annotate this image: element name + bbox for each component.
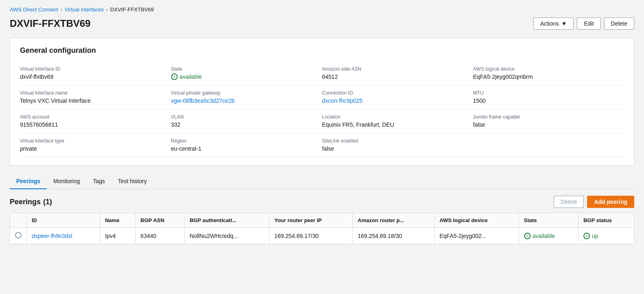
td-bgp-auth: NollNu2WHcIedq... (185, 228, 269, 244)
th-name: Name (100, 213, 135, 228)
tab-content-peerings: Peerings (1) Delete Add peering ID Name … (10, 189, 634, 244)
value-state: available (171, 74, 316, 80)
label-vif-name: Virtual Interface name (20, 90, 165, 96)
config-cell-jumbo-frame: Jumbo frame capable false (473, 109, 624, 133)
label-region: Region (171, 138, 316, 144)
label-vif-type: Virtual interface type (20, 138, 165, 144)
row-state-value: available (524, 233, 573, 239)
page-header: DXVIF-FFXTBV69 Actions ▼ Edit Delete (10, 17, 634, 30)
td-state: available (519, 228, 578, 244)
td-bgp-asn: 63440 (135, 228, 185, 244)
actions-button[interactable]: Actions ▼ (533, 17, 574, 30)
label-vlan: VLAN (171, 114, 316, 120)
peerings-section-header: Peerings (1) Delete Add peering (10, 189, 634, 213)
label-aws-logical: AWS logical device (473, 66, 624, 72)
config-cell-vif-name: Virtual Interface name Telnyx VXC Virtua… (20, 85, 171, 109)
edit-button[interactable]: Edit (577, 17, 600, 30)
config-cell-location: Location Equinix FR5, Frankfurt, DEU (322, 109, 473, 133)
row-bgp-status-value: up (583, 233, 629, 239)
config-cell-vpg: Virtual private gateway vgw-08fb3ea5c3d2… (171, 85, 322, 109)
th-state: State (519, 213, 578, 228)
td-id: dxpeer-fh9v3dsl (27, 228, 100, 244)
row-radio-button[interactable] (15, 232, 22, 238)
label-jumbo-frame: Jumbo frame capable (473, 114, 624, 120)
tab-tags[interactable]: Tags (87, 174, 112, 189)
td-bgp-status: up (578, 228, 634, 244)
value-connection-id[interactable]: dxcon-fhc9p025 (322, 97, 363, 104)
config-cell-region: Region eu-central-1 (171, 133, 322, 157)
td-name: Ipv4 (100, 228, 135, 244)
value-vif-name: Telnyx VXC Virtual Interface (20, 97, 165, 104)
config-cell-sitelink: SiteLink enabled false (322, 133, 473, 157)
breadcrumb-link-direct-connect[interactable]: AWS Direct Connect (10, 6, 58, 13)
header-actions: Actions ▼ Edit Delete (533, 17, 634, 30)
value-amazon-asn: 64512 (322, 74, 467, 80)
config-cell-empty (473, 133, 624, 157)
row-id-link[interactable]: dxpeer-fh9v3dsl (32, 233, 72, 239)
label-state: State (171, 66, 316, 72)
config-grid: Virtual Interface ID dxvif-ffxtbv69 Stat… (20, 61, 624, 157)
value-aws-logical: EqFA5-2jeyg002qmbrm (473, 74, 624, 80)
label-amazon-asn: Amazon side ASN (322, 66, 467, 72)
value-vif-type: private (20, 145, 165, 152)
peerings-table: ID Name BGP ASN BGP authenticati... Your… (10, 213, 634, 244)
value-region: eu-central-1 (171, 145, 316, 152)
row-state-icon (524, 233, 531, 239)
peerings-actions: Delete Add peering (554, 196, 634, 208)
delete-button[interactable]: Delete (604, 17, 634, 30)
tab-peerings[interactable]: Peerings (10, 174, 47, 189)
label-mtu: MTU (473, 90, 624, 96)
value-vif-id: dxvif-ffxtbv69 (20, 74, 165, 80)
th-bgp-status: BGP status (578, 213, 634, 228)
row-bgp-status-icon (583, 233, 590, 239)
peerings-title: Peerings (10, 198, 41, 206)
add-peering-button[interactable]: Add peering (587, 196, 634, 208)
peerings-count: (1) (43, 198, 52, 206)
config-cell-aws-logical: AWS logical device EqFA5-2jeyg002qmbrm (473, 61, 624, 85)
label-vpg: Virtual private gateway (171, 90, 316, 96)
table-row: dxpeer-fh9v3dsl Ipv4 63440 NollNu2WHcIed… (10, 228, 634, 244)
config-cell-vif-type: Virtual interface type private (20, 133, 171, 157)
tabs: Peerings Monitoring Tags Test history (10, 174, 634, 189)
th-amazon-router: Amazon router p... (352, 213, 434, 228)
value-aws-account: 915576056811 (20, 121, 165, 128)
peerings-delete-button[interactable]: Delete (554, 196, 584, 208)
peerings-table-container: ID Name BGP ASN BGP authenticati... Your… (10, 213, 634, 244)
th-id: ID (27, 213, 100, 228)
value-sitelink: false (322, 145, 467, 152)
chevron-down-icon: ▼ (561, 20, 567, 27)
td-aws-logical: EqFA5-2jeyg002... (435, 228, 519, 244)
page-title: DXVIF-FFXTBV69 (10, 18, 91, 29)
config-cell-mtu: MTU 1500 (473, 85, 624, 109)
breadcrumb-current: DXVIF-FFXTBV69 (110, 6, 154, 13)
th-aws-logical: AWS logical device (435, 213, 519, 228)
th-bgp-asn: BGP ASN (135, 213, 185, 228)
breadcrumb-link-virtual-interfaces[interactable]: Virtual interfaces (65, 6, 104, 13)
table-header-row: ID Name BGP ASN BGP authenticati... Your… (10, 213, 634, 228)
breadcrumb-separator-2: › (106, 7, 108, 13)
config-cell-vif-id: Virtual Interface ID dxvif-ffxtbv69 (20, 61, 171, 85)
config-cell-aws-account: AWS account 915576056811 (20, 109, 171, 133)
td-router-peer-ip: 169.254.69.17/30 (269, 228, 352, 244)
breadcrumb-separator-1: › (61, 7, 62, 13)
th-select (10, 213, 27, 228)
tab-test-history[interactable]: Test history (111, 174, 153, 189)
config-cell-vlan: VLAN 332 (171, 109, 322, 133)
general-configuration-card: General configuration Virtual Interface … (10, 38, 634, 166)
th-router-peer-ip: Your router peer IP (269, 213, 352, 228)
value-location: Equinix FR5, Frankfurt, DEU (322, 121, 467, 128)
value-jumbo-frame: false (473, 121, 624, 128)
general-configuration-title: General configuration (20, 46, 624, 55)
config-cell-amazon-asn: Amazon side ASN 64512 (322, 61, 473, 85)
label-location: Location (322, 114, 467, 120)
config-cell-state: State available (171, 61, 322, 85)
label-connection-id: Connection ID (322, 90, 467, 96)
breadcrumb: AWS Direct Connect › Virtual interfaces … (10, 6, 634, 13)
tab-monitoring[interactable]: Monitoring (47, 174, 86, 189)
th-bgp-auth: BGP authenticati... (185, 213, 269, 228)
available-icon (171, 74, 178, 80)
label-sitelink: SiteLink enabled (322, 138, 467, 144)
tabs-container: Peerings Monitoring Tags Test history (10, 174, 634, 189)
value-vpg[interactable]: vgw-08fb3ea5c3d27ce2b (171, 97, 235, 104)
value-vlan: 332 (171, 121, 316, 128)
